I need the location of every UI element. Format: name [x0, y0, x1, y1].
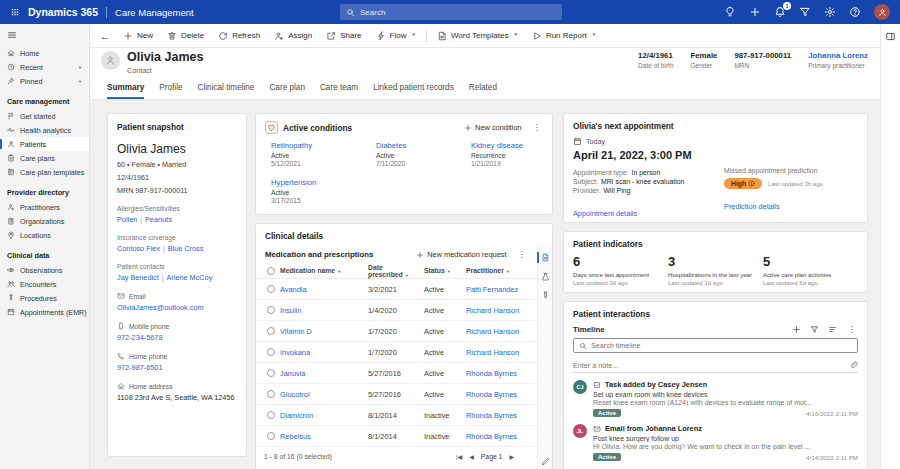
sidebar-item-home[interactable]: Home — [0, 46, 89, 60]
filter-button[interactable] — [799, 6, 811, 18]
notifications-button[interactable]: 1 — [774, 6, 786, 18]
next-page-button[interactable]: ▶ — [509, 453, 514, 460]
column-header-practitioner[interactable]: Practitioner▼ — [466, 267, 537, 274]
sidebar-item-locations[interactable]: Locations — [0, 228, 89, 242]
contact-link[interactable]: Arlene McCoy — [166, 273, 212, 282]
contact-link[interactable]: Jay Benedict — [117, 273, 159, 282]
table-row[interactable]: Diamicron8/1/2014InactiveRhonda Byrnes — [256, 405, 537, 426]
word-templates-button[interactable]: Word Templates▼ — [430, 26, 525, 46]
medication-link[interactable]: Diamicron — [280, 411, 313, 420]
select-all-checkbox[interactable] — [267, 267, 275, 275]
medication-link[interactable]: Vitamin D — [280, 327, 312, 336]
home-phone-link[interactable]: 972-987-6501 — [117, 363, 237, 372]
medication-link[interactable]: Rebelsus — [280, 432, 311, 441]
timeline-filter-button[interactable] — [810, 325, 819, 334]
sidebar-item-appointments-emr[interactable]: Appointments (EMR) — [0, 305, 89, 319]
row-checkbox[interactable] — [267, 411, 275, 419]
practitioner-link[interactable]: Rhonda Byrnes — [466, 411, 517, 420]
help-button[interactable] — [849, 6, 861, 18]
medication-link[interactable]: Avandia — [280, 285, 307, 294]
app-name[interactable]: Care Management — [115, 7, 194, 18]
row-checkbox[interactable] — [267, 348, 275, 356]
suggestions-button[interactable] — [724, 6, 736, 18]
medication-link[interactable]: Invokana — [280, 348, 310, 357]
new-medication-request-button[interactable]: New medication request — [416, 250, 506, 259]
back-button[interactable]: ← — [94, 26, 116, 46]
tab-summary[interactable]: Summary — [107, 76, 144, 99]
allergy-link[interactable]: Peanuts — [145, 215, 172, 224]
row-checkbox[interactable] — [267, 390, 275, 398]
quick-create-button[interactable] — [749, 6, 761, 18]
row-checkbox[interactable] — [267, 306, 275, 314]
sidebar-item-health-analytics[interactable]: Health analytics — [0, 123, 89, 137]
insurance-link[interactable]: Contoso Flex — [117, 244, 160, 253]
practitioner-link[interactable]: Richard Hanson — [466, 306, 519, 315]
table-row[interactable]: Invokana1/7/2020ActiveRichard Hanson — [256, 342, 537, 363]
timeline-search-input[interactable] — [591, 341, 852, 350]
medication-link[interactable]: Januvia — [280, 369, 305, 378]
column-header-status[interactable]: Status▼ — [424, 267, 466, 274]
medication-link[interactable]: Insulin — [280, 306, 301, 315]
note-input-row[interactable] — [573, 358, 858, 373]
sidebar-item-get-started[interactable]: Get started — [0, 109, 89, 123]
refresh-button[interactable]: Refresh — [211, 26, 267, 46]
table-row[interactable]: Vitamin D1/7/2020ActiveRichard Hanson — [256, 321, 537, 342]
practitioner-link[interactable]: Richard Hanson — [466, 348, 519, 357]
timeline-search-box[interactable] — [573, 338, 858, 353]
sidebar-item-care-plans[interactable]: Care plans — [0, 151, 89, 165]
allergy-link[interactable]: Pollen — [117, 215, 137, 224]
info-icon[interactable] — [748, 180, 755, 187]
practitioner-link[interactable]: Patti Fernandez — [466, 285, 518, 294]
sidebar-item-recent[interactable]: Recent▼ — [0, 60, 89, 74]
email-link[interactable]: OliviaJames@outlook.com — [117, 303, 237, 312]
paperclip-icon[interactable] — [849, 361, 858, 370]
timeline-expand-button[interactable] — [828, 325, 837, 334]
app-launcher-button[interactable] — [10, 7, 20, 17]
timeline-entry[interactable]: CJ Task added by Casey Jensen Set up exa… — [573, 380, 858, 417]
tab-related[interactable]: Related — [469, 76, 497, 99]
practitioner-link[interactable]: Rhonda Byrnes — [466, 432, 517, 441]
mobile-phone-link[interactable]: 972-234-5678 — [117, 333, 237, 342]
tab-profile[interactable]: Profile — [159, 76, 182, 99]
table-row[interactable]: Rebelsus8/1/2014InactiveRhonda Byrnes — [256, 426, 537, 447]
open-side-pane-button[interactable] — [885, 31, 896, 42]
condition-link[interactable]: Hypertension — [271, 178, 376, 187]
practitioner-link[interactable]: Rhonda Byrnes — [466, 369, 517, 378]
share-button[interactable]: Share — [319, 26, 368, 46]
timeline-entry[interactable]: JL Email from Johanna Lorenz Post knee s… — [573, 424, 858, 461]
new-condition-button[interactable]: New condition — [464, 123, 521, 132]
column-header-medication-name[interactable]: Medication name▼ — [280, 267, 368, 274]
prediction-details-link[interactable]: Prediction details — [724, 202, 780, 220]
practitioner-link[interactable]: Rhonda Byrnes — [466, 390, 517, 399]
collapse-sitemap-button[interactable] — [0, 24, 24, 46]
practitioner-link[interactable]: Richard Hanson — [466, 327, 519, 336]
flow-button[interactable]: Flow▼ — [369, 26, 423, 46]
global-search-box[interactable] — [340, 4, 562, 20]
sidebar-item-organizations[interactable]: Organizations — [0, 214, 89, 228]
table-row[interactable]: Avandia3/2/2021ActivePatti Fernandez — [256, 279, 537, 300]
sidebar-item-encounters[interactable]: Encounters — [0, 277, 89, 291]
sidebar-item-procedures[interactable]: Procedures — [0, 291, 89, 305]
assign-button[interactable]: Assign — [267, 26, 319, 46]
appointment-details-link[interactable]: Appointment details — [573, 209, 637, 218]
table-row[interactable]: Insulin1/4/2020ActiveRichard Hanson — [256, 300, 537, 321]
row-checkbox[interactable] — [267, 285, 275, 293]
more-commands-button[interactable]: ⋮ — [516, 250, 529, 259]
new-button[interactable]: New — [116, 26, 160, 46]
sidebar-item-pinned[interactable]: Pinned▼ — [0, 74, 89, 88]
first-page-button[interactable]: |◀ — [456, 453, 462, 460]
timeline-create-button[interactable] — [792, 325, 801, 334]
condition-link[interactable]: Retinopathy — [271, 141, 376, 150]
practitioner-link[interactable]: Johanna Lorenz — [808, 51, 868, 60]
column-header-date-prescribed[interactable]: Date prescribed▼ — [368, 264, 424, 278]
tab-clinical-timeline[interactable]: Clinical timeline — [198, 76, 255, 99]
note-input[interactable] — [573, 361, 845, 370]
row-checkbox[interactable] — [267, 327, 275, 335]
tab-linked-patient-records[interactable]: Linked patient records — [373, 76, 454, 99]
previous-page-button[interactable]: ◀ — [469, 453, 474, 460]
condition-link[interactable]: Kidney disease — [471, 141, 543, 150]
vitals-tab[interactable] — [541, 291, 550, 300]
labs-tab[interactable] — [541, 272, 550, 281]
run-report-button[interactable]: Run Report▼ — [525, 26, 603, 46]
insurance-link[interactable]: Blue Cross — [168, 244, 204, 253]
